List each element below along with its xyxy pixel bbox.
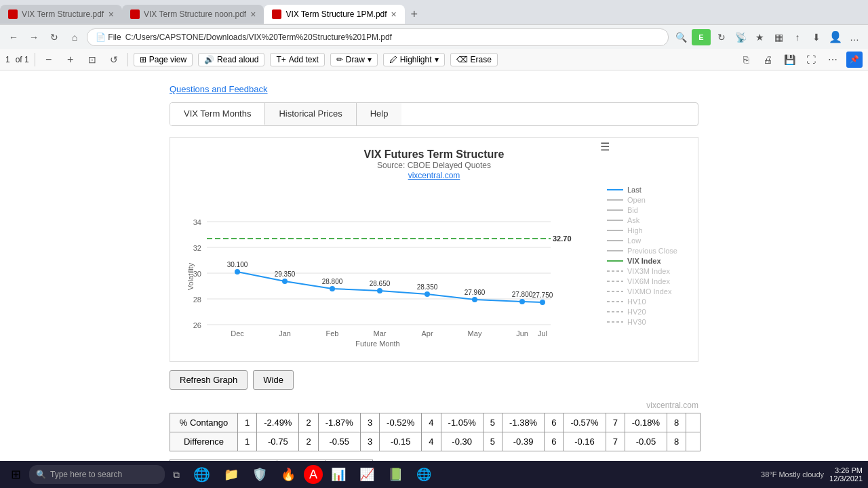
favorites-icon[interactable]: ★ bbox=[751, 29, 768, 45]
contango-7-val: -0.18% bbox=[625, 413, 667, 432]
browser-tab-1[interactable]: VIX Term Structure.pdf × bbox=[0, 5, 122, 24]
page-view-btn[interactable]: ⊞ Page view bbox=[134, 53, 193, 66]
back-button[interactable]: ← bbox=[5, 29, 22, 45]
cast-icon[interactable]: 📡 bbox=[732, 29, 749, 45]
copy-btn[interactable]: ⎘ bbox=[738, 52, 754, 68]
tab1-title: VIX Term Structure.pdf bbox=[22, 9, 104, 19]
extension-icon[interactable]: E bbox=[692, 29, 711, 45]
diff-5-val: -0.39 bbox=[502, 432, 544, 451]
legend-vix3m[interactable]: VIX3M Index bbox=[607, 267, 687, 275]
contango-4-val: -1.05% bbox=[441, 413, 483, 432]
app6-icon[interactable]: 📗 bbox=[382, 464, 408, 485]
app3-icon[interactable]: A bbox=[304, 465, 323, 484]
page-content: Questions and Feedback VIX Term Months H… bbox=[0, 70, 868, 488]
more-tools-btn[interactable]: ⋯ bbox=[825, 52, 841, 68]
svg-text:Volatility: Volatility bbox=[186, 262, 195, 290]
legend-hv10[interactable]: HV10 bbox=[607, 298, 687, 306]
tab-vix-term-months[interactable]: VIX Term Months bbox=[170, 103, 265, 125]
legend-hv30[interactable]: HV30 bbox=[607, 318, 687, 326]
browser-tab-2[interactable]: VIX Term Structure noon.pdf × bbox=[122, 5, 264, 24]
rotate-btn[interactable]: ↺ bbox=[106, 52, 122, 68]
reload-button[interactable]: ↻ bbox=[46, 29, 62, 45]
app2-icon[interactable]: 🔥 bbox=[275, 464, 301, 485]
tab2-close[interactable]: × bbox=[250, 9, 256, 20]
legend-ask[interactable]: Ask bbox=[607, 216, 687, 224]
home-button[interactable]: ⌂ bbox=[66, 29, 83, 45]
fullscreen-btn[interactable]: ⛶ bbox=[803, 52, 819, 68]
button-row: Refresh Graph Wide bbox=[170, 370, 698, 390]
of-label: of 1 bbox=[16, 55, 29, 64]
zoom-out-btn[interactable]: − bbox=[41, 52, 57, 68]
tab-historical-prices[interactable]: Historical Prices bbox=[265, 103, 356, 125]
svg-text:Mar: Mar bbox=[374, 329, 387, 338]
fit-btn[interactable]: ⊡ bbox=[84, 52, 100, 68]
chart-subtitle: Source: CBOE Delayed Quotes bbox=[181, 161, 687, 170]
save-icon[interactable]: ⬇ bbox=[808, 29, 825, 45]
forward-button[interactable]: → bbox=[26, 29, 42, 45]
tab-help[interactable]: Help bbox=[357, 103, 402, 125]
address-bar[interactable]: 📄 File C:/Users/CAPSTONE/Downloads/VIX%2… bbox=[87, 28, 669, 46]
legend-bid[interactable]: Bid bbox=[607, 206, 687, 214]
zoom-in-btn[interactable]: + bbox=[62, 52, 79, 68]
browser-taskbar-icon[interactable]: 🌐 bbox=[411, 464, 437, 485]
file-icon: 📄 File bbox=[96, 33, 121, 42]
refresh-graph-button[interactable]: Refresh Graph bbox=[170, 370, 248, 390]
clock-time: 3:26 PM bbox=[829, 466, 863, 474]
diff-4-val: -0.30 bbox=[441, 432, 483, 451]
contango-8-val bbox=[686, 413, 701, 432]
reload-icon2[interactable]: ↻ bbox=[713, 29, 730, 45]
chart-link[interactable]: vixcentral.com bbox=[408, 171, 460, 180]
legend-open[interactable]: Open bbox=[607, 196, 687, 204]
wide-button[interactable]: Wide bbox=[253, 370, 294, 390]
app4-icon[interactable]: 📊 bbox=[326, 464, 351, 485]
search-icon: 🔍 bbox=[36, 470, 46, 479]
tab-navigation: VIX Term Months Historical Prices Help bbox=[170, 102, 698, 126]
zoom-icon[interactable]: 🔍 bbox=[673, 29, 689, 45]
draw-btn[interactable]: ✏ Draw ▾ bbox=[330, 53, 378, 66]
legend-high[interactable]: High bbox=[607, 226, 687, 235]
questions-link[interactable]: Questions and Feedback bbox=[170, 84, 698, 94]
edge-icon[interactable]: 🌐 bbox=[188, 464, 216, 485]
svg-text:Jul: Jul bbox=[538, 329, 547, 338]
add-text-btn[interactable]: T+ Add text bbox=[270, 53, 324, 66]
legend-last[interactable]: Last bbox=[607, 186, 687, 194]
tab3-close[interactable]: × bbox=[391, 9, 397, 20]
svg-text:Jun: Jun bbox=[516, 329, 528, 338]
legend-vix6m[interactable]: VIX6M Index bbox=[607, 277, 687, 285]
read-mode-btn[interactable]: 📌 bbox=[846, 52, 863, 68]
svg-point-16 bbox=[377, 288, 382, 293]
folder-icon[interactable]: 📁 bbox=[218, 464, 244, 485]
legend-low[interactable]: Low bbox=[607, 237, 687, 245]
profile-icon[interactable]: 👤 bbox=[827, 29, 844, 45]
highlight-btn[interactable]: 🖊 Highlight ▾ bbox=[383, 53, 445, 66]
share-icon[interactable]: ↑ bbox=[789, 29, 806, 45]
highlight-icon: 🖊 bbox=[389, 55, 397, 64]
more-icon[interactable]: … bbox=[846, 29, 863, 45]
diff-2-num: 2 bbox=[299, 432, 318, 451]
print-btn[interactable]: 🖨 bbox=[760, 52, 776, 68]
legend-hv20[interactable]: HV20 bbox=[607, 308, 687, 316]
new-tab-button[interactable]: + bbox=[405, 5, 424, 24]
page-view-icon: ⊞ bbox=[140, 55, 146, 64]
legend-prev-close[interactable]: Previous Close bbox=[607, 247, 687, 255]
tab1-close[interactable]: × bbox=[108, 9, 114, 20]
start-button[interactable]: ⊞ bbox=[5, 464, 26, 485]
taskbar-search[interactable]: 🔍 Type here to search bbox=[29, 465, 165, 484]
weather-info: 38°F Mostly cloudy bbox=[761, 470, 824, 479]
erase-btn[interactable]: ⌫ Erase bbox=[450, 53, 498, 66]
app1-icon[interactable]: 🛡️ bbox=[247, 464, 273, 485]
app5-icon[interactable]: 📈 bbox=[354, 464, 380, 485]
legend-vix-index[interactable]: VIX Index bbox=[607, 257, 687, 265]
legend-vixmo[interactable]: VIXMO Index bbox=[607, 287, 687, 296]
svg-point-15 bbox=[330, 286, 335, 291]
task-view-button[interactable]: ⧉ bbox=[167, 464, 185, 485]
contango-8-num: 8 bbox=[667, 413, 686, 432]
svg-text:32.70: 32.70 bbox=[553, 235, 572, 243]
save-pdf-btn[interactable]: 💾 bbox=[781, 52, 797, 68]
collections-icon[interactable]: ▦ bbox=[770, 29, 787, 45]
hamburger-menu[interactable]: ☰ bbox=[600, 140, 610, 153]
highlight-chevron: ▾ bbox=[435, 55, 439, 64]
diff-8-val bbox=[686, 432, 701, 451]
read-aloud-btn[interactable]: 🔊 Read aloud bbox=[198, 53, 264, 66]
browser-tab-3[interactable]: VIX Term Structure 1PM.pdf × bbox=[264, 5, 404, 24]
